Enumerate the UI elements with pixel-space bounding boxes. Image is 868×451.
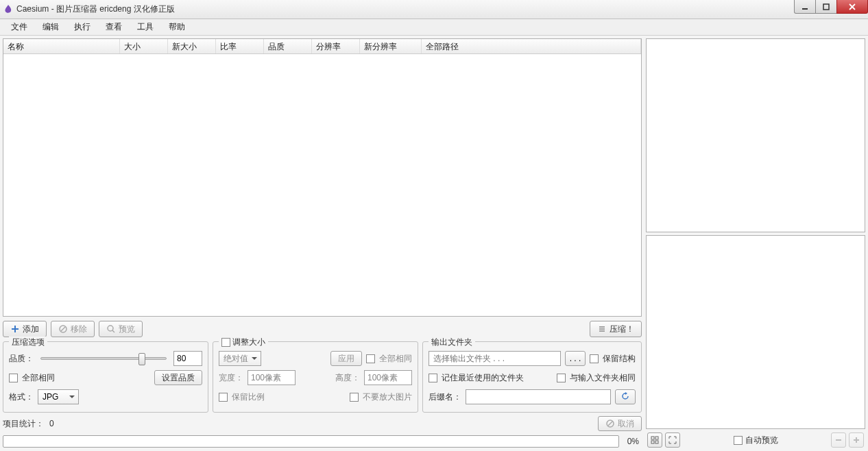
svg-point-3 (108, 326, 113, 331)
file-table: 名称 大小 新大小 比率 品质 分辨率 新分辨率 全部路径 (3, 38, 642, 317)
svg-rect-5 (651, 437, 654, 439)
magnifier-icon (106, 324, 116, 334)
compress-group: 压缩选项 品质： 全部相同 设置品质 格式： JPG (3, 341, 208, 413)
preview-button[interactable]: 预览 (99, 321, 143, 337)
same-quality-label: 全部相同 (22, 372, 55, 384)
keep-ratio-label: 保留比例 (232, 391, 265, 403)
zoom-in-button[interactable] (849, 432, 864, 448)
close-button[interactable] (836, 0, 868, 14)
app-icon (3, 4, 14, 15)
col-name[interactable]: 名称 (3, 39, 120, 53)
output-group: 输出文件夹 . . . 保留结构 记住最近使用的文件夹 与输入文件夹相同 后缀名… (422, 341, 642, 413)
status-count: 0 (49, 419, 54, 428)
suffix-input[interactable] (466, 389, 611, 404)
width-spinner[interactable] (248, 370, 296, 385)
fit-button[interactable] (647, 432, 662, 448)
menu-file[interactable]: 文件 (4, 20, 34, 34)
menu-action[interactable]: 执行 (67, 20, 97, 34)
browse-button[interactable]: . . . (565, 351, 586, 366)
remove-label: 移除 (71, 324, 87, 335)
quality-label: 品质： (9, 353, 34, 365)
svg-rect-1 (823, 4, 829, 10)
menu-help[interactable]: 帮助 (162, 20, 192, 34)
compress-button[interactable]: 压缩！ (590, 321, 642, 337)
add-button[interactable]: 添加 (3, 321, 47, 337)
col-size[interactable]: 大小 (120, 39, 168, 53)
minimize-button[interactable] (794, 0, 816, 14)
preview-original (646, 38, 865, 232)
suffix-reset-button[interactable] (615, 389, 636, 404)
resize-legend: 调整大小 (219, 337, 268, 348)
no-enlarge-label: 不要放大图片 (363, 391, 412, 403)
add-label: 添加 (23, 324, 39, 335)
table-body[interactable] (3, 54, 641, 316)
keep-ratio-checkbox[interactable] (219, 393, 228, 402)
quality-spinner[interactable] (173, 351, 202, 366)
svg-rect-8 (655, 441, 658, 443)
remember-checkbox[interactable] (429, 374, 437, 382)
same-quality-checkbox[interactable] (9, 374, 18, 382)
col-res[interactable]: 分辨率 (312, 39, 360, 53)
output-legend: 输出文件夹 (429, 337, 475, 348)
col-quality[interactable]: 品质 (264, 39, 312, 53)
output-folder-input[interactable] (429, 351, 561, 366)
resize-mode-select[interactable]: 绝对值 (219, 351, 261, 366)
suffix-label: 后缀名： (429, 391, 461, 403)
title-bar: Caesium - 图片压缩器 ericdeng 汉化修正版 (0, 0, 868, 19)
compress-legend: 压缩选项 (9, 337, 47, 348)
width-label: 宽度： (219, 372, 243, 384)
progress-percent: 0% (625, 437, 642, 446)
svg-rect-0 (802, 8, 808, 10)
svg-rect-7 (651, 441, 654, 443)
table-header: 名称 大小 新大小 比率 品质 分辨率 新分辨率 全部路径 (3, 39, 641, 54)
client-area: 名称 大小 新大小 比率 品质 分辨率 新分辨率 全部路径 添加 移除 (0, 36, 868, 451)
left-column: 名称 大小 新大小 比率 品质 分辨率 新分辨率 全部路径 添加 移除 (3, 38, 642, 448)
format-label: 格式： (9, 391, 34, 403)
maximize-button[interactable] (815, 0, 837, 14)
resize-enable-checkbox[interactable] (221, 338, 230, 347)
menu-tools[interactable]: 工具 (130, 20, 160, 34)
svg-rect-11 (856, 437, 857, 443)
menu-view[interactable]: 查看 (99, 20, 129, 34)
cancel-button[interactable]: 取消 (598, 416, 642, 431)
auto-preview-checkbox[interactable] (734, 436, 743, 445)
option-groups: 压缩选项 品质： 全部相同 设置品质 格式： JPG (3, 341, 642, 413)
col-ratio[interactable]: 比率 (216, 39, 264, 53)
remember-label: 记住最近使用的文件夹 (442, 372, 524, 384)
zoom-out-button[interactable] (831, 432, 846, 448)
actual-size-button[interactable] (665, 432, 680, 448)
col-newsize[interactable]: 新大小 (168, 39, 216, 53)
height-spinner[interactable] (364, 370, 412, 385)
remove-button[interactable]: 移除 (51, 321, 95, 337)
compress-icon (597, 324, 607, 334)
right-column: 自动预览 (646, 38, 865, 448)
same-as-input-label: 与输入文件夹相同 (570, 372, 636, 384)
set-quality-button[interactable]: 设置品质 (154, 370, 202, 385)
reset-icon (621, 392, 629, 402)
menu-bar: 文件 编辑 执行 查看 工具 帮助 (0, 19, 868, 36)
format-select[interactable]: JPG (38, 389, 79, 404)
svg-rect-9 (836, 439, 841, 441)
resize-legend-label: 调整大小 (232, 337, 265, 347)
resize-group: 调整大小 绝对值 应用 全部相同 宽度： 高度： (213, 341, 418, 413)
resize-same-label: 全部相同 (379, 353, 412, 365)
resize-apply-button[interactable]: 应用 (330, 351, 362, 366)
resize-same-checkbox[interactable] (366, 354, 375, 363)
forbidden-icon (605, 419, 615, 428)
preview-toolbar: 自动预览 (646, 432, 865, 448)
plus-icon (10, 324, 20, 334)
no-enlarge-checkbox[interactable] (350, 393, 359, 402)
keep-structure-checkbox[interactable] (590, 354, 599, 363)
col-newres[interactable]: 新分辨率 (360, 39, 422, 53)
same-as-input-checkbox[interactable] (557, 374, 566, 382)
keep-structure-label: 保留结构 (603, 353, 636, 365)
quality-slider[interactable] (40, 357, 167, 360)
preview-compressed (646, 235, 865, 429)
status-bar: 项目统计： 0 取消 (3, 415, 642, 432)
progress-row: 0% (3, 435, 642, 448)
window-controls (795, 0, 868, 15)
forbidden-icon (58, 324, 68, 334)
svg-rect-6 (655, 437, 658, 439)
col-path[interactable]: 全部路径 (422, 39, 641, 53)
menu-edit[interactable]: 编辑 (36, 20, 66, 34)
